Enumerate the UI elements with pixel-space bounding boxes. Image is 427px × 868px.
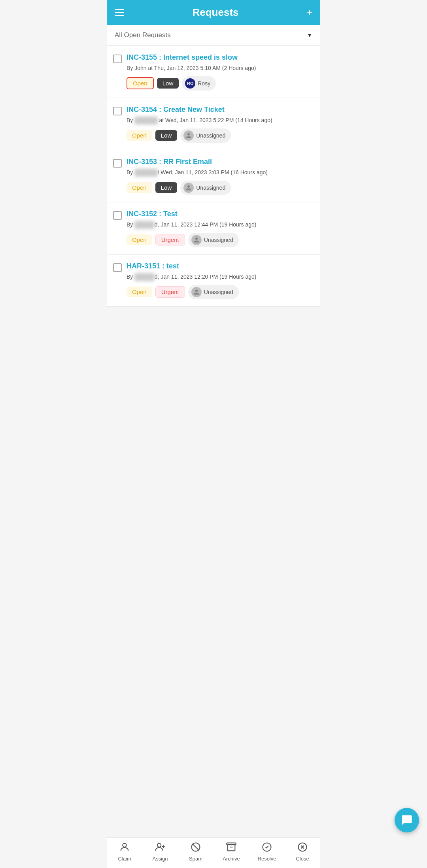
page-title: Requests [192,6,238,19]
archive-icon [226,842,237,854]
request-list: INC-3155 : Internet speed is slow By Joh… [107,46,320,307]
request-content: INC-3153 : RR First Email By t Wed, Jan … [127,157,314,195]
row-checkbox[interactable] [113,107,122,115]
svg-point-1 [157,843,161,847]
bottom-nav: Claim Assign Spam [107,837,320,868]
nav-spam[interactable]: Spam [178,842,214,862]
row-checkbox[interactable] [113,263,122,272]
assignee-badge: Unassigned [188,285,239,299]
assignee-badge: Unassigned [180,128,231,143]
assignee-badge: Unassigned [188,233,239,247]
person-add-icon [155,842,166,854]
nav-spam-label: Spam [189,856,202,862]
request-meta: By d, Jan 11, 2023 12:44 PM (19 Hours ag… [127,221,314,229]
list-item[interactable]: HAR-3151 : test By d, Jan 11, 2023 12:20… [107,255,320,307]
avatar: RO [185,78,195,89]
request-meta: By at Wed, Jan 11, 2023 5:22 PM (14 Hour… [127,117,314,125]
filter-label: All Open Requests [115,31,171,39]
row-checkbox[interactable] [113,159,122,168]
status-badge: Open [127,77,154,89]
status-badge: Open [127,182,152,193]
list-item[interactable]: INC-3154 : Create New Ticket By at Wed, … [107,98,320,150]
avatar [183,130,194,141]
request-title[interactable]: INC-3154 : Create New Ticket [127,105,314,114]
assignee-name: Rosy [198,80,210,87]
request-title[interactable]: INC-3152 : Test [127,209,314,219]
checkbox-area[interactable] [113,211,122,221]
header: Requests + [107,0,320,25]
request-content: INC-3152 : Test By d, Jan 11, 2023 12:44… [127,209,314,247]
request-meta: By d, Jan 11, 2023 12:20 PM (19 Hours ag… [127,273,314,281]
blurred-author [134,117,157,125]
request-content: INC-3155 : Internet speed is slow By Joh… [127,53,314,91]
blurred-author [134,273,155,281]
request-tags: Open Urgent Unassigned [127,285,314,299]
spam-icon [190,842,201,854]
status-badge: Open [127,130,152,141]
priority-badge: Urgent [155,286,185,298]
nav-claim[interactable]: Claim [107,842,142,862]
assignee-name: Unassigned [196,132,225,139]
assignee-badge: RO Rosy [182,76,216,91]
checkbox-area[interactable] [113,55,122,65]
svg-rect-6 [227,843,236,845]
avatar [183,183,194,193]
priority-badge: Low [155,130,178,141]
priority-badge: Low [155,182,178,193]
priority-badge: Urgent [155,234,185,245]
nav-resolve-label: Resolve [258,856,276,862]
status-badge: Open [127,287,152,297]
request-tags: Open Low Unassigned [127,128,314,143]
blurred-author [134,221,155,229]
person-icon [119,842,130,854]
nav-close[interactable]: Close [285,842,320,862]
resolve-icon [261,842,272,854]
request-tags: Open Low RO Rosy [127,76,314,91]
checkbox-area[interactable] [113,107,122,117]
list-item[interactable]: INC-3153 : RR First Email By t Wed, Jan … [107,150,320,202]
filter-bar[interactable]: All Open Requests ▼ [107,25,320,46]
svg-point-0 [123,843,126,847]
priority-badge: Low [157,78,179,89]
request-content: HAR-3151 : test By d, Jan 11, 2023 12:20… [127,262,314,299]
list-item[interactable]: INC-3155 : Internet speed is slow By Joh… [107,46,320,98]
avatar [191,287,202,297]
add-button[interactable]: + [307,8,312,17]
request-tags: Open Urgent Unassigned [127,233,314,247]
request-tags: Open Low Unassigned [127,181,314,195]
status-badge: Open [127,234,152,245]
nav-resolve[interactable]: Resolve [249,842,285,862]
avatar [191,235,202,245]
svg-line-5 [193,844,199,850]
nav-assign-label: Assign [152,856,168,862]
assignee-name: Unassigned [204,237,233,243]
nav-close-label: Close [296,856,309,862]
request-title[interactable]: INC-3155 : Internet speed is slow [127,53,314,62]
nav-archive-label: Archive [223,856,240,862]
request-meta: By t Wed, Jan 11, 2023 3:03 PM (16 Hours… [127,169,314,177]
list-item[interactable]: INC-3152 : Test By d, Jan 11, 2023 12:44… [107,202,320,255]
request-title[interactable]: HAR-3151 : test [127,262,314,271]
row-checkbox[interactable] [113,55,122,63]
row-checkbox[interactable] [113,211,122,220]
menu-button[interactable] [115,9,124,16]
assignee-badge: Unassigned [180,181,231,195]
assignee-name: Unassigned [204,289,233,295]
checkbox-area[interactable] [113,159,122,169]
chevron-down-icon: ▼ [307,32,312,38]
nav-claim-label: Claim [118,856,131,862]
request-content: INC-3154 : Create New Ticket By at Wed, … [127,105,314,143]
request-meta: By John at Thu, Jan 12, 2023 5:10 AM (2 … [127,64,314,72]
assignee-name: Unassigned [196,185,225,191]
nav-archive[interactable]: Archive [214,842,249,862]
checkbox-area[interactable] [113,263,122,274]
request-title[interactable]: INC-3153 : RR First Email [127,157,314,166]
blurred-author [134,169,157,177]
nav-assign[interactable]: Assign [142,842,178,862]
close-circle-icon [297,842,308,854]
